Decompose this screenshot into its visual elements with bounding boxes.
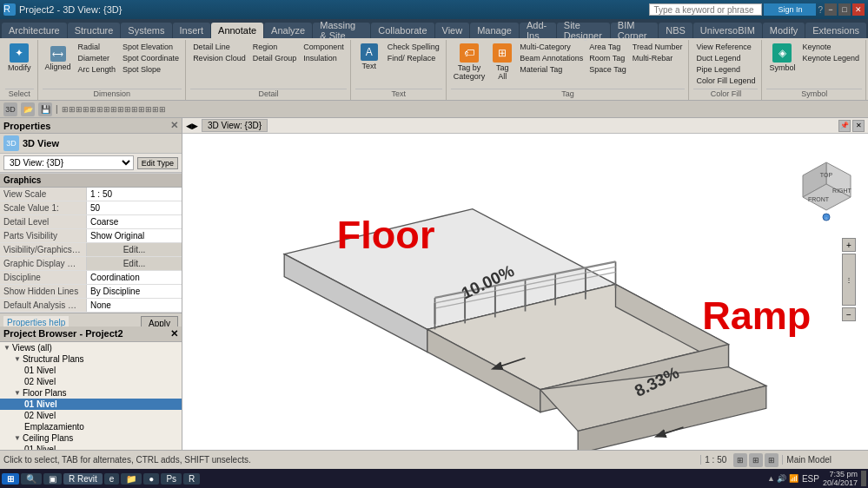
tab-extensions[interactable]: Extensions	[805, 23, 866, 38]
ribbon-btn-multi-category[interactable]: Multi-Category	[517, 42, 586, 52]
zoom-in-btn[interactable]: +	[842, 238, 856, 252]
show-desktop-btn[interactable]	[861, 471, 866, 486]
ribbon-btn-detail-line[interactable]: Detail Line	[190, 42, 248, 52]
ribbon-btn-modify[interactable]: ✦ Modify	[5, 42, 34, 74]
props-value-gdo[interactable]: Edit...	[87, 257, 182, 270]
ribbon-btn-duct-legend[interactable]: Duct Legend	[693, 53, 743, 63]
ribbon-btn-color-fill-legend[interactable]: Color Fill Legend	[693, 76, 758, 86]
tab-analyze[interactable]: Analyze	[264, 23, 312, 38]
ribbon-btn-room-tag[interactable]: Room Tag	[586, 53, 628, 63]
viewport-tab[interactable]: 3D View: {3D}	[202, 119, 268, 132]
tab-annotate[interactable]: Annotate	[211, 23, 263, 38]
toggle-icon[interactable]: ◀▶	[186, 122, 198, 130]
open-btn[interactable]: 📂	[21, 102, 35, 116]
tab-view[interactable]: View	[435, 23, 470, 38]
apply-button[interactable]: Apply	[141, 316, 178, 326]
maximize-button[interactable]: □	[838, 3, 851, 16]
ribbon-btn-arc-length[interactable]: Arc Length	[76, 64, 119, 75]
ribbon-btn-check-spelling[interactable]: Check Spelling	[385, 42, 442, 52]
props-value-analysis-display[interactable]: None	[87, 299, 182, 312]
tab-collaborate[interactable]: Collaborate	[371, 23, 434, 38]
taskbar-revit2-btn[interactable]: R	[183, 473, 200, 485]
pb-item-structural-01[interactable]: 01 Nivel	[0, 365, 182, 376]
tab-bimcorner[interactable]: BIM Corner	[611, 23, 658, 38]
pb-item-structural-plans[interactable]: ▼ Structural Plans	[0, 353, 182, 365]
close-view-icon[interactable]: ✕	[852, 120, 865, 132]
taskbar-chrome-btn[interactable]: ●	[143, 473, 159, 485]
ribbon-btn-aligned[interactable]: ⟷ Aligned	[43, 44, 74, 73]
ribbon-btn-space-tag[interactable]: Space Tag	[586, 64, 628, 75]
pb-item-structural-02[interactable]: 02 Nivel	[0, 376, 182, 387]
navigation-cube[interactable]: TOP FRONT RIGHT ⌂	[794, 158, 859, 223]
pb-item-floor-plans[interactable]: ▼ Floor Plans	[0, 387, 182, 399]
ribbon-btn-material-tag[interactable]: Material Tag	[517, 64, 586, 75]
ribbon-btn-component[interactable]: Component	[301, 42, 347, 52]
props-value-hidden-lines[interactable]: By Discipline	[87, 285, 182, 298]
ribbon-btn-keynote-legend[interactable]: Keynote Legend	[799, 53, 862, 63]
properties-close-icon[interactable]: ✕	[170, 120, 178, 131]
pb-item-floor-02[interactable]: 02 Nivel	[0, 410, 182, 421]
ribbon-btn-find-replace[interactable]: Find/ Replace	[385, 53, 442, 63]
edit-type-button[interactable]: Edit Type	[137, 157, 178, 169]
viewport[interactable]: ◀▶ 3D View: {3D} 📌 ✕	[182, 118, 868, 450]
search-input[interactable]	[649, 3, 762, 16]
ribbon-btn-region[interactable]: Region	[250, 42, 300, 52]
start-button[interactable]: ⊞	[2, 473, 19, 485]
pan-btn[interactable]: ⋮	[842, 254, 856, 306]
ribbon-btn-tag-by-category[interactable]: 🏷 Tag byCategory	[451, 42, 488, 82]
minimize-button[interactable]: −	[825, 3, 837, 16]
pb-close-icon[interactable]: ✕	[170, 328, 178, 340]
pb-item-floor-01[interactable]: 01 Nivel	[0, 399, 182, 410]
tab-modify[interactable]: Modify	[763, 23, 805, 38]
taskbar-photoshop-btn[interactable]: Ps	[161, 473, 182, 485]
tab-systems[interactable]: Systems	[121, 23, 171, 38]
ribbon-btn-beam-annotations[interactable]: Beam Annotations	[517, 53, 586, 63]
tab-insert[interactable]: Insert	[173, 23, 211, 38]
taskbar-ie-btn[interactable]: e	[104, 473, 120, 485]
ribbon-btn-area-tag[interactable]: Area Tag	[586, 42, 628, 52]
model-view-btn[interactable]: 3D	[3, 102, 17, 116]
ribbon-btn-spot-slope[interactable]: Spot Slope	[120, 64, 182, 75]
ribbon-btn-multi-rebar[interactable]: Multi-Rebar	[630, 53, 686, 63]
tab-sitedesigner[interactable]: Site Designer	[557, 23, 610, 38]
pb-item-ceiling-plans[interactable]: ▼ Ceiling Plans	[0, 432, 182, 444]
help-icon[interactable]: ?	[818, 5, 823, 15]
taskbar-revit-btn[interactable]: R Revit	[63, 473, 103, 485]
props-value-parts-visibility[interactable]: Show Original	[87, 229, 182, 242]
ribbon-btn-tag-all[interactable]: ⊞ TagAll	[488, 42, 516, 82]
search-taskbar-btn[interactable]: 🔍	[21, 473, 42, 485]
ribbon-btn-diameter[interactable]: Diameter	[76, 53, 119, 63]
ribbon-btn-spot-coordinate[interactable]: Spot Coordinate	[120, 53, 182, 63]
ribbon-btn-insulation[interactable]: Insulation	[301, 53, 347, 63]
tab-manage[interactable]: Manage	[470, 23, 519, 38]
save-quick-btn[interactable]: 💾	[38, 102, 52, 116]
ribbon-btn-spot-elevation[interactable]: Spot Elevation	[120, 42, 182, 52]
props-value-vg-overrides[interactable]: Edit...	[87, 243, 182, 256]
tab-universobim[interactable]: UniversoBIM	[693, 23, 762, 38]
pb-item-ceiling-01[interactable]: 01 Nivel	[0, 444, 182, 450]
props-value-scale-value[interactable]: 50	[87, 201, 182, 214]
ribbon-btn-revision-cloud[interactable]: Revision Cloud	[190, 53, 248, 63]
ribbon-btn-symbol[interactable]: ◈ Symbol	[766, 42, 798, 74]
ribbon-btn-keynote[interactable]: Keynote	[799, 42, 862, 52]
sign-in-button[interactable]: Sign In	[764, 3, 816, 16]
taskbar-explorer-btn[interactable]: 📁	[121, 473, 142, 485]
ribbon-btn-radial[interactable]: Radial	[76, 42, 119, 52]
tab-architecture[interactable]: Architecture	[2, 23, 67, 38]
ribbon-btn-text[interactable]: A Text	[355, 42, 383, 72]
properties-help-link[interactable]: Properties help	[3, 316, 69, 326]
ribbon-btn-detail-group[interactable]: Detail Group	[250, 53, 300, 63]
ribbon-btn-pipe-legend[interactable]: Pipe Legend	[693, 64, 743, 75]
zoom-out-btn[interactable]: −	[842, 307, 856, 321]
ribbon-btn-view-reference[interactable]: View Reference	[693, 42, 753, 52]
tab-massing[interactable]: Massing & Site	[313, 23, 370, 38]
tab-nbs[interactable]: NBS	[659, 23, 692, 38]
props-value-discipline[interactable]: Coordination	[87, 271, 182, 284]
tab-addins[interactable]: Add-Ins	[520, 23, 556, 38]
close-button[interactable]: ✕	[852, 3, 865, 16]
props-value-view-scale[interactable]: 1 : 50	[87, 188, 182, 201]
pin-icon[interactable]: 📌	[838, 120, 851, 132]
view-select[interactable]: 3D View: {3D}	[3, 155, 134, 170]
ribbon-btn-tread-number[interactable]: Tread Number	[630, 42, 686, 52]
taskview-btn[interactable]: ▣	[43, 473, 62, 485]
